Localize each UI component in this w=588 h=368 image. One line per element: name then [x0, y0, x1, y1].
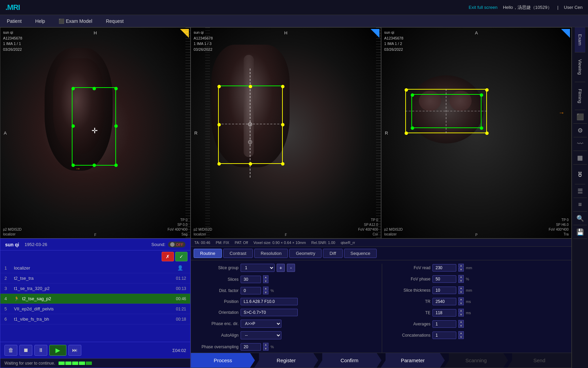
te-up[interactable]: ▲	[458, 309, 464, 312]
tr-up[interactable]: ▲	[458, 297, 464, 301]
seq-row-2[interactable]: 2 t2_tse_tra 01:12	[0, 273, 190, 283]
sidebar-tab-filming[interactable]: Filming	[575, 82, 585, 110]
tab-contrast[interactable]: Contrast	[223, 249, 253, 258]
te-down[interactable]: ▼	[458, 313, 464, 317]
slice-thickness-up[interactable]: ▲	[458, 286, 464, 290]
fov-phase-down[interactable]: ▼	[458, 279, 464, 283]
fov-phase-up[interactable]: ▲	[458, 275, 464, 279]
panel1-label-left: A	[4, 131, 7, 136]
tab-resolution[interactable]: Resolution	[254, 249, 288, 258]
slices-input[interactable]	[241, 276, 261, 283]
dist-factor-input[interactable]	[241, 287, 261, 294]
slice-thickness-input[interactable]	[432, 287, 456, 294]
sidebar-icon-list[interactable]: ☰	[573, 184, 587, 198]
sidebar-icon-grid[interactable]: ▦	[573, 151, 587, 165]
averages-input[interactable]	[432, 320, 456, 328]
fov-read-down[interactable]: ▼	[458, 268, 464, 272]
sound-toggle[interactable]: OFF	[168, 242, 185, 247]
seq-time-6: 00:18	[176, 317, 186, 322]
workflow-confirm[interactable]: Confirm	[317, 353, 381, 368]
sidebar-tab-3d[interactable]: 3D	[575, 165, 585, 184]
mri-panel-coronal[interactable]: sun qi A12345678 1 IMA 1 / 3 03/26/2022 …	[191, 27, 381, 239]
workflow-register[interactable]: Register	[254, 353, 318, 368]
slice-thickness-down[interactable]: ▼	[458, 290, 464, 294]
pause-button[interactable]: ⏸	[34, 345, 47, 356]
seq-row-5[interactable]: 5 VII_ep2d_diff_pelvis 01:21	[0, 304, 190, 314]
exit-fullscreen-button[interactable]: Exit full screen	[469, 5, 497, 10]
menu-exam-model[interactable]: ⬛ Exam Model	[56, 17, 95, 25]
sidebar-icon-search[interactable]: 🔍	[573, 212, 587, 225]
workflow-send[interactable]: Send	[507, 353, 571, 368]
autoalign-select[interactable]: --	[241, 331, 281, 339]
workflow-scanning[interactable]: Scanning	[444, 353, 508, 368]
bottom-section: sun qi 1952-03-26 Sound: OFF ✗ ✓	[0, 239, 572, 368]
sidebar-tab-exam[interactable]: Exam	[575, 27, 585, 52]
sidebar-tab-viewing[interactable]: Viewing	[575, 52, 585, 82]
menu-request[interactable]: Request	[103, 17, 126, 25]
menu-patient[interactable]: Patient	[4, 17, 24, 25]
panel1-id: A12345678	[3, 35, 22, 41]
phase-oversampling-input[interactable]	[241, 343, 261, 351]
sidebar-icon-wave[interactable]: 〰	[573, 137, 587, 151]
confirm-check-button[interactable]: ✓	[175, 252, 187, 261]
tr-label: TR	[386, 299, 430, 304]
seq-row-1[interactable]: 1 localizer 👤	[0, 263, 190, 273]
fov-phase-input[interactable]	[432, 275, 456, 283]
slice-group-remove[interactable]: -	[287, 264, 295, 272]
tab-routine[interactable]: Routine	[194, 249, 222, 258]
sidebar-icon-scan[interactable]: ⬛	[573, 110, 587, 124]
slice-group-select[interactable]: 1	[241, 264, 275, 272]
mri-panel-axial[interactable]: → sun qi A12345678 1 IMA 1 / 2 03/26/202…	[381, 27, 572, 239]
mri-panel-sagittal[interactable]: ✛ → sun qi A12345678 1 IMA 1 / 1 03/26/2…	[0, 27, 191, 239]
next-button[interactable]: ⏭	[68, 345, 81, 356]
tr-down[interactable]: ▼	[458, 302, 464, 305]
slice-group-add[interactable]: +	[277, 264, 285, 272]
phase-enc-select[interactable]: A>>P	[241, 320, 281, 328]
concatenations-up[interactable]: ▲	[458, 331, 464, 335]
workflow-bar: Process Register Confirm Parameter Scann…	[191, 353, 571, 368]
user-center-link[interactable]: User Cen	[564, 5, 583, 10]
stop-button[interactable]: ⏹	[19, 345, 32, 356]
panel2-bottom-center: F	[285, 233, 287, 237]
averages-up[interactable]: ▲	[458, 320, 464, 324]
mri-viewer: ✛ → sun qi A12345678 1 IMA 1 / 1 03/26/2…	[0, 27, 572, 239]
fov-read-input[interactable]	[432, 264, 456, 272]
sidebar-icon-list2[interactable]: ≡	[573, 198, 587, 212]
fov-read-up[interactable]: ▲	[458, 264, 464, 267]
delete-seq-button[interactable]: 🗑	[4, 345, 17, 356]
tab-sequence[interactable]: Sequence	[344, 249, 377, 258]
scan-pat: PAT: Off	[235, 241, 248, 245]
panel3-label-left: R	[385, 131, 388, 136]
phase-oversampling-down[interactable]: ▼	[263, 347, 268, 351]
concatenations-down[interactable]: ▼	[458, 335, 464, 339]
slices-up[interactable]: ▲	[263, 275, 268, 279]
menu-help[interactable]: Help	[33, 17, 48, 25]
delete-button[interactable]: ✗	[162, 252, 174, 261]
orientation-input[interactable]	[241, 309, 298, 316]
seq-row-6[interactable]: 6 t1_vibe_fs_tra_bh 00:18	[0, 314, 190, 324]
tab-diff[interactable]: Diff	[323, 249, 342, 258]
averages-down[interactable]: ▼	[458, 324, 464, 328]
position-input[interactable]	[241, 298, 298, 305]
phase-oversampling-up[interactable]: ▲	[263, 343, 268, 347]
slices-down[interactable]: ▼	[263, 279, 268, 283]
seq-name-2: t2_tse_tra	[14, 276, 173, 281]
sidebar-icon-save[interactable]: 💾	[573, 225, 587, 239]
tr-input[interactable]	[432, 298, 456, 305]
panel2-corner	[371, 29, 379, 38]
sidebar-icon-adjust[interactable]: ⚙	[573, 124, 587, 137]
dist-factor-spinner: ▲ ▼	[263, 287, 268, 294]
play-button[interactable]: ▶	[49, 345, 66, 356]
te-input[interactable]	[432, 309, 456, 317]
dist-factor-up[interactable]: ▲	[263, 287, 268, 290]
seq-row-3[interactable]: 3 t1_se_tra_320_p2 00:13	[0, 283, 190, 294]
tab-geometry[interactable]: Geometry	[289, 249, 322, 258]
ruler-right-1	[185, 28, 190, 238]
workflow-parameter[interactable]: Parameter	[381, 353, 445, 368]
params-tabs: Routine Contrast Resolution Geometry Dif…	[191, 247, 571, 260]
concatenations-input[interactable]	[432, 332, 456, 339]
seq-row-4[interactable]: 4 🏃 t2_tse_sag_p2 00:46	[0, 294, 190, 304]
workflow-process[interactable]: Process	[191, 353, 255, 368]
move-handle-1[interactable]: ✛	[92, 126, 98, 135]
dist-factor-down[interactable]: ▼	[263, 291, 268, 294]
